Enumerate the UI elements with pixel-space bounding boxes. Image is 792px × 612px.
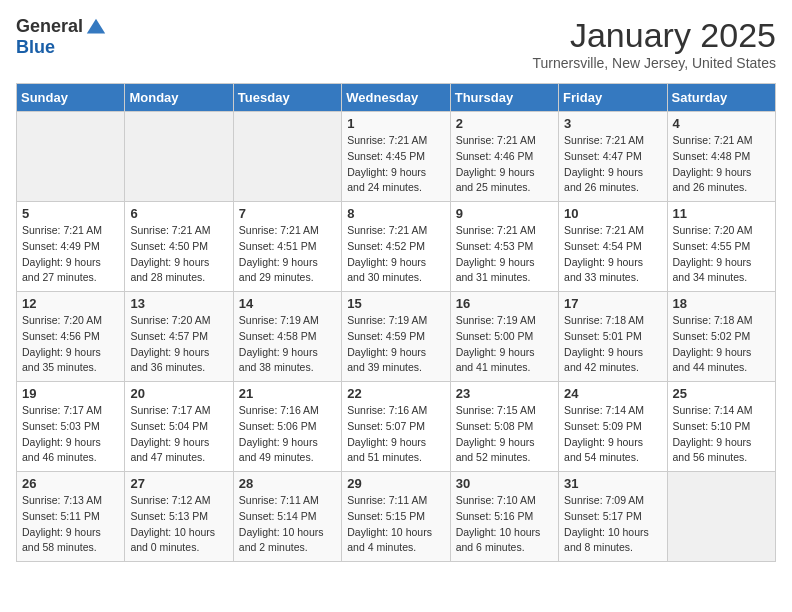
day-info: Sunrise: 7:15 AM Sunset: 5:08 PM Dayligh… [456, 403, 553, 466]
calendar-cell: 27Sunrise: 7:12 AM Sunset: 5:13 PM Dayli… [125, 472, 233, 562]
day-number: 27 [130, 476, 227, 491]
calendar-cell: 25Sunrise: 7:14 AM Sunset: 5:10 PM Dayli… [667, 382, 775, 472]
calendar-cell [233, 112, 341, 202]
header-cell-tuesday: Tuesday [233, 84, 341, 112]
day-info: Sunrise: 7:21 AM Sunset: 4:45 PM Dayligh… [347, 133, 444, 196]
header-cell-thursday: Thursday [450, 84, 558, 112]
calendar-cell: 13Sunrise: 7:20 AM Sunset: 4:57 PM Dayli… [125, 292, 233, 382]
calendar-cell: 21Sunrise: 7:16 AM Sunset: 5:06 PM Dayli… [233, 382, 341, 472]
day-info: Sunrise: 7:19 AM Sunset: 5:00 PM Dayligh… [456, 313, 553, 376]
calendar-body: 1Sunrise: 7:21 AM Sunset: 4:45 PM Daylig… [17, 112, 776, 562]
day-info: Sunrise: 7:21 AM Sunset: 4:48 PM Dayligh… [673, 133, 770, 196]
calendar-table: SundayMondayTuesdayWednesdayThursdayFrid… [16, 83, 776, 562]
logo-icon [85, 16, 107, 38]
calendar-cell: 16Sunrise: 7:19 AM Sunset: 5:00 PM Dayli… [450, 292, 558, 382]
page-header: General Blue January 2025 Turnersville, … [16, 16, 776, 71]
day-info: Sunrise: 7:19 AM Sunset: 4:58 PM Dayligh… [239, 313, 336, 376]
week-row-5: 26Sunrise: 7:13 AM Sunset: 5:11 PM Dayli… [17, 472, 776, 562]
calendar-cell: 26Sunrise: 7:13 AM Sunset: 5:11 PM Dayli… [17, 472, 125, 562]
day-number: 9 [456, 206, 553, 221]
day-number: 31 [564, 476, 661, 491]
header-cell-saturday: Saturday [667, 84, 775, 112]
svg-marker-0 [87, 19, 105, 34]
day-number: 25 [673, 386, 770, 401]
calendar-title: January 2025 [532, 16, 776, 55]
day-number: 15 [347, 296, 444, 311]
logo-blue: Blue [16, 38, 107, 58]
week-row-4: 19Sunrise: 7:17 AM Sunset: 5:03 PM Dayli… [17, 382, 776, 472]
day-number: 11 [673, 206, 770, 221]
day-info: Sunrise: 7:11 AM Sunset: 5:14 PM Dayligh… [239, 493, 336, 556]
calendar-cell: 10Sunrise: 7:21 AM Sunset: 4:54 PM Dayli… [559, 202, 667, 292]
day-info: Sunrise: 7:14 AM Sunset: 5:10 PM Dayligh… [673, 403, 770, 466]
header-row: SundayMondayTuesdayWednesdayThursdayFrid… [17, 84, 776, 112]
day-number: 12 [22, 296, 119, 311]
day-number: 22 [347, 386, 444, 401]
day-info: Sunrise: 7:21 AM Sunset: 4:47 PM Dayligh… [564, 133, 661, 196]
week-row-3: 12Sunrise: 7:20 AM Sunset: 4:56 PM Dayli… [17, 292, 776, 382]
calendar-cell: 2Sunrise: 7:21 AM Sunset: 4:46 PM Daylig… [450, 112, 558, 202]
calendar-cell: 14Sunrise: 7:19 AM Sunset: 4:58 PM Dayli… [233, 292, 341, 382]
calendar-cell: 19Sunrise: 7:17 AM Sunset: 5:03 PM Dayli… [17, 382, 125, 472]
day-info: Sunrise: 7:14 AM Sunset: 5:09 PM Dayligh… [564, 403, 661, 466]
calendar-cell: 15Sunrise: 7:19 AM Sunset: 4:59 PM Dayli… [342, 292, 450, 382]
day-info: Sunrise: 7:17 AM Sunset: 5:03 PM Dayligh… [22, 403, 119, 466]
calendar-cell: 5Sunrise: 7:21 AM Sunset: 4:49 PM Daylig… [17, 202, 125, 292]
header-cell-sunday: Sunday [17, 84, 125, 112]
day-number: 16 [456, 296, 553, 311]
day-number: 21 [239, 386, 336, 401]
calendar-cell: 30Sunrise: 7:10 AM Sunset: 5:16 PM Dayli… [450, 472, 558, 562]
day-number: 1 [347, 116, 444, 131]
day-info: Sunrise: 7:18 AM Sunset: 5:01 PM Dayligh… [564, 313, 661, 376]
week-row-1: 1Sunrise: 7:21 AM Sunset: 4:45 PM Daylig… [17, 112, 776, 202]
calendar-cell: 6Sunrise: 7:21 AM Sunset: 4:50 PM Daylig… [125, 202, 233, 292]
day-info: Sunrise: 7:21 AM Sunset: 4:54 PM Dayligh… [564, 223, 661, 286]
logo: General Blue [16, 16, 107, 58]
day-number: 6 [130, 206, 227, 221]
day-number: 17 [564, 296, 661, 311]
day-number: 26 [22, 476, 119, 491]
calendar-cell: 31Sunrise: 7:09 AM Sunset: 5:17 PM Dayli… [559, 472, 667, 562]
day-number: 20 [130, 386, 227, 401]
day-info: Sunrise: 7:21 AM Sunset: 4:51 PM Dayligh… [239, 223, 336, 286]
calendar-cell: 3Sunrise: 7:21 AM Sunset: 4:47 PM Daylig… [559, 112, 667, 202]
calendar-cell: 20Sunrise: 7:17 AM Sunset: 5:04 PM Dayli… [125, 382, 233, 472]
day-info: Sunrise: 7:21 AM Sunset: 4:52 PM Dayligh… [347, 223, 444, 286]
day-info: Sunrise: 7:16 AM Sunset: 5:06 PM Dayligh… [239, 403, 336, 466]
day-info: Sunrise: 7:21 AM Sunset: 4:53 PM Dayligh… [456, 223, 553, 286]
day-info: Sunrise: 7:21 AM Sunset: 4:46 PM Dayligh… [456, 133, 553, 196]
day-info: Sunrise: 7:16 AM Sunset: 5:07 PM Dayligh… [347, 403, 444, 466]
day-info: Sunrise: 7:21 AM Sunset: 4:50 PM Dayligh… [130, 223, 227, 286]
day-number: 18 [673, 296, 770, 311]
week-row-2: 5Sunrise: 7:21 AM Sunset: 4:49 PM Daylig… [17, 202, 776, 292]
calendar-cell: 7Sunrise: 7:21 AM Sunset: 4:51 PM Daylig… [233, 202, 341, 292]
header-cell-friday: Friday [559, 84, 667, 112]
calendar-cell: 22Sunrise: 7:16 AM Sunset: 5:07 PM Dayli… [342, 382, 450, 472]
day-number: 8 [347, 206, 444, 221]
header-cell-wednesday: Wednesday [342, 84, 450, 112]
day-info: Sunrise: 7:20 AM Sunset: 4:56 PM Dayligh… [22, 313, 119, 376]
calendar-cell: 12Sunrise: 7:20 AM Sunset: 4:56 PM Dayli… [17, 292, 125, 382]
calendar-cell: 11Sunrise: 7:20 AM Sunset: 4:55 PM Dayli… [667, 202, 775, 292]
calendar-cell: 23Sunrise: 7:15 AM Sunset: 5:08 PM Dayli… [450, 382, 558, 472]
calendar-cell: 8Sunrise: 7:21 AM Sunset: 4:52 PM Daylig… [342, 202, 450, 292]
calendar-cell [17, 112, 125, 202]
calendar-cell: 24Sunrise: 7:14 AM Sunset: 5:09 PM Dayli… [559, 382, 667, 472]
day-info: Sunrise: 7:19 AM Sunset: 4:59 PM Dayligh… [347, 313, 444, 376]
calendar-cell: 28Sunrise: 7:11 AM Sunset: 5:14 PM Dayli… [233, 472, 341, 562]
day-number: 13 [130, 296, 227, 311]
day-number: 19 [22, 386, 119, 401]
calendar-cell: 4Sunrise: 7:21 AM Sunset: 4:48 PM Daylig… [667, 112, 775, 202]
day-number: 3 [564, 116, 661, 131]
day-info: Sunrise: 7:11 AM Sunset: 5:15 PM Dayligh… [347, 493, 444, 556]
day-info: Sunrise: 7:21 AM Sunset: 4:49 PM Dayligh… [22, 223, 119, 286]
header-cell-monday: Monday [125, 84, 233, 112]
day-number: 7 [239, 206, 336, 221]
calendar-cell: 1Sunrise: 7:21 AM Sunset: 4:45 PM Daylig… [342, 112, 450, 202]
calendar-cell: 29Sunrise: 7:11 AM Sunset: 5:15 PM Dayli… [342, 472, 450, 562]
day-number: 14 [239, 296, 336, 311]
day-number: 2 [456, 116, 553, 131]
day-info: Sunrise: 7:17 AM Sunset: 5:04 PM Dayligh… [130, 403, 227, 466]
day-info: Sunrise: 7:20 AM Sunset: 4:57 PM Dayligh… [130, 313, 227, 376]
logo-general: General [16, 17, 83, 37]
